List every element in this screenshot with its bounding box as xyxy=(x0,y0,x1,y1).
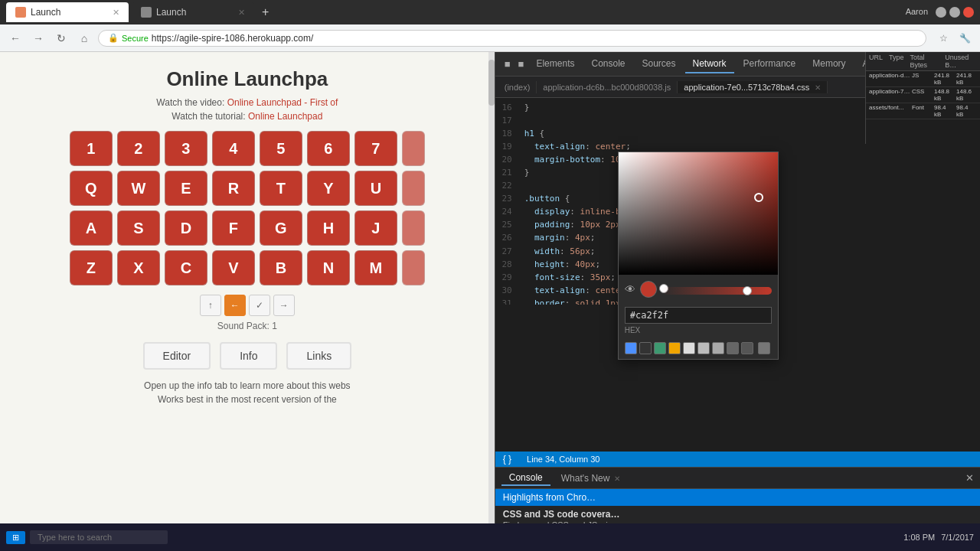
hex-input[interactable]: #ca2f2f xyxy=(625,307,772,324)
taskbar-date: 7/1/2017 xyxy=(941,533,974,542)
swatch-gray[interactable] xyxy=(727,342,739,354)
links-button[interactable]: Links xyxy=(286,342,351,370)
search-input[interactable] xyxy=(30,530,168,544)
file-tab-css[interactable]: application-7e0...5713c78ba4.css ✕ xyxy=(678,81,828,93)
key-j[interactable]: J xyxy=(354,210,397,246)
key-h[interactable]: H xyxy=(307,210,350,246)
swatch-orange[interactable] xyxy=(668,342,681,354)
swatch-light1[interactable] xyxy=(683,342,695,354)
nav-bar: ← → ↻ ⌂ 🔒 Secure https://agile-spire-108… xyxy=(0,24,980,52)
key-f[interactable]: F xyxy=(212,210,255,246)
key-b[interactable]: B xyxy=(260,250,302,285)
new-tab-button[interactable]: + xyxy=(257,5,273,19)
tab-network[interactable]: Network xyxy=(685,55,734,73)
swatch-dark[interactable] xyxy=(639,342,652,354)
tab-1-close[interactable]: ✕ xyxy=(113,8,119,18)
bp-tab-console[interactable]: Console xyxy=(501,471,550,486)
bottom-panel-tabs: Console What's New ✕ ✕ xyxy=(495,468,980,489)
tab-2[interactable]: Launch ✕ xyxy=(132,2,254,22)
key-t[interactable]: T xyxy=(260,171,302,206)
bp-tab-whatsnew[interactable]: What's New ✕ xyxy=(554,471,628,485)
tab-memory[interactable]: Memory xyxy=(805,55,853,73)
swatch-light2[interactable] xyxy=(697,342,710,354)
address-text: https://agile-spire-1086.herokuapp.com/ xyxy=(152,33,313,44)
tab-1-label: Launch xyxy=(31,7,60,18)
key-g[interactable]: G xyxy=(260,210,302,246)
page-scrollbar[interactable] xyxy=(488,52,495,551)
key-u[interactable]: U xyxy=(354,171,397,206)
tab-1[interactable]: Launch ✕ xyxy=(6,2,129,22)
key-r[interactable]: R xyxy=(212,171,255,206)
info-line2: Works best in the most recent version of… xyxy=(15,393,479,406)
bookmark-button[interactable]: ☆ xyxy=(934,29,952,47)
keyboard: 1 2 3 4 5 6 7 Q W E R T Y U xyxy=(15,131,479,285)
devtools-icons-left[interactable]: ■ xyxy=(501,57,514,71)
info-button[interactable]: Info xyxy=(220,342,277,370)
key-7[interactable]: 7 xyxy=(354,131,397,166)
key-m[interactable]: M xyxy=(354,250,397,285)
swatch-dark2[interactable] xyxy=(741,342,753,354)
tab-elements[interactable]: Elements xyxy=(528,55,582,73)
file-tab-close-icon[interactable]: ✕ xyxy=(815,83,821,92)
key-e[interactable]: E xyxy=(165,171,207,206)
bp-close-button[interactable]: ✕ xyxy=(965,472,974,484)
key-row-1: 1 2 3 4 5 6 7 xyxy=(70,131,425,166)
back-button[interactable]: ← xyxy=(6,29,24,47)
key-2[interactable]: 2 xyxy=(117,131,160,166)
swatch-blue[interactable] xyxy=(625,342,637,354)
key-q[interactable]: Q xyxy=(70,171,113,206)
secure-label: Secure xyxy=(122,34,149,43)
net-row-3[interactable]: assets/font... Font 98.4 kB 98.4 kB xyxy=(866,103,980,119)
net-row-1[interactable]: application-dc6...js JS 241.8 kB 241.8 k… xyxy=(866,71,980,87)
subtitle2-link[interactable]: Online Launchpad xyxy=(248,111,322,122)
tab-performance[interactable]: Performance xyxy=(736,55,804,73)
start-button[interactable]: ⊞ xyxy=(6,531,25,544)
maximize-button[interactable] xyxy=(949,7,960,18)
key-3[interactable]: 3 xyxy=(165,131,207,166)
key-4[interactable]: 4 xyxy=(212,131,255,166)
key-z[interactable]: Z xyxy=(70,250,113,285)
key-c[interactable]: C xyxy=(165,250,207,285)
key-a[interactable]: A xyxy=(70,210,113,246)
opacity-slider[interactable] xyxy=(662,287,772,295)
file-tab-index[interactable]: (index) xyxy=(498,81,537,93)
net-row-2[interactable]: application-7e0...css CSS 148.8 kB 148.6… xyxy=(866,87,980,103)
key-d[interactable]: D xyxy=(165,210,207,246)
editor-button[interactable]: Editor xyxy=(143,342,211,370)
arrow-left-button[interactable]: ← xyxy=(224,295,246,316)
key-1[interactable]: 1 xyxy=(70,131,113,166)
file-tab-js[interactable]: application-dc6b...bc000d80038.js xyxy=(537,81,678,93)
reload-button[interactable]: ↻ xyxy=(52,29,70,47)
key-5[interactable]: 5 xyxy=(260,131,302,166)
key-w[interactable]: W xyxy=(117,171,160,206)
key-v[interactable]: V xyxy=(212,250,255,285)
arrow-right-button[interactable]: → xyxy=(273,295,295,316)
key-x[interactable]: X xyxy=(117,250,160,285)
key-y[interactable]: Y xyxy=(307,171,350,206)
extensions-button[interactable]: 🔧 xyxy=(956,29,974,47)
minimize-button[interactable] xyxy=(936,7,946,18)
bp-tab-close-icon[interactable]: ✕ xyxy=(614,474,620,483)
eyedropper-button[interactable]: 👁 xyxy=(625,283,635,295)
address-bar[interactable]: 🔒 Secure https://agile-spire-1086.heroku… xyxy=(98,30,926,47)
page-scrollbar-thumb[interactable] xyxy=(488,60,495,106)
swatch-light3[interactable] xyxy=(712,342,724,354)
devtools-icons-right[interactable]: ■ xyxy=(515,57,528,71)
arrow-check-button[interactable]: ✓ xyxy=(249,295,270,316)
close-button[interactable] xyxy=(963,7,974,18)
color-gradient-area[interactable] xyxy=(619,152,778,275)
key-n[interactable]: N xyxy=(307,250,350,285)
tab-sources[interactable]: Sources xyxy=(635,55,684,73)
tab-console[interactable]: Console xyxy=(583,55,632,73)
main-layout: Online Launchpa Watch the video: Online … xyxy=(0,52,980,551)
swatch-green[interactable] xyxy=(654,342,666,354)
key-6[interactable]: 6 xyxy=(307,131,350,166)
devtools-icon-1[interactable]: { } xyxy=(503,454,511,465)
swatch-medium[interactable] xyxy=(758,342,770,354)
arrow-up-button[interactable]: ↑ xyxy=(200,295,221,316)
tab-2-close[interactable]: ✕ xyxy=(238,8,245,18)
home-button[interactable]: ⌂ xyxy=(75,29,93,47)
subtitle-link[interactable]: Online Launchpad - First of xyxy=(227,97,338,108)
key-s[interactable]: S xyxy=(117,210,160,246)
forward-button[interactable]: → xyxy=(29,29,47,47)
